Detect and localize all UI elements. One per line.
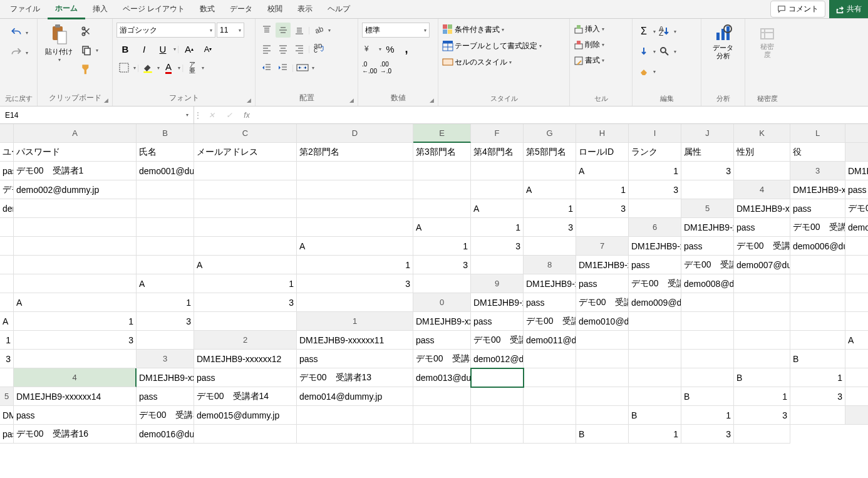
column-header[interactable]: J <box>681 124 734 143</box>
cell[interactable] <box>14 350 137 368</box>
cell[interactable]: pass <box>194 368 297 387</box>
cell[interactable] <box>0 368 14 387</box>
cell[interactable] <box>194 425 297 444</box>
cell[interactable]: pass <box>14 406 137 425</box>
cell[interactable]: demo013@dummy.jp <box>413 368 471 387</box>
column-header[interactable]: L <box>790 124 845 143</box>
increase-indent-button[interactable] <box>276 60 291 75</box>
delete-cells-button[interactable]: 削除▾ <box>574 39 604 50</box>
tab-data[interactable]: データ <box>222 0 260 18</box>
cell[interactable] <box>790 406 845 425</box>
decrease-font-button[interactable]: A▾ <box>199 41 217 56</box>
cell[interactable]: 3 <box>14 331 137 350</box>
cell[interactable] <box>845 312 868 331</box>
cell[interactable]: DM1EJHB9-xxxxxx12 <box>194 350 297 368</box>
cell[interactable]: DM1EJHB9-xxxxxx8 <box>524 274 576 293</box>
column-header[interactable]: E <box>413 124 471 143</box>
cell[interactable]: 3 <box>413 256 471 274</box>
cell[interactable] <box>576 218 629 237</box>
enter-formula-button[interactable]: ✓ <box>223 111 235 120</box>
cell[interactable] <box>734 293 790 312</box>
cell[interactable] <box>0 218 14 237</box>
cell[interactable]: A <box>845 331 868 350</box>
cell[interactable]: pass <box>413 331 471 350</box>
cell[interactable]: pass <box>629 256 681 274</box>
tab-formulas[interactable]: 数式 <box>192 0 222 18</box>
increase-font-button[interactable]: A▴ <box>180 41 198 56</box>
cell[interactable]: demo012@dummy.jp <box>471 350 524 368</box>
cell[interactable] <box>297 218 413 237</box>
cell[interactable] <box>734 331 790 350</box>
column-header[interactable]: I <box>629 124 681 143</box>
cell[interactable]: demo005@dummy.jp <box>845 218 868 237</box>
cell[interactable] <box>790 256 845 274</box>
fill-dropdown[interactable]: ▾ <box>653 49 656 55</box>
cell[interactable] <box>681 331 734 350</box>
cell[interactable]: demo014@dummy.jp <box>297 387 413 406</box>
cell[interactable] <box>576 350 629 368</box>
cell[interactable] <box>681 350 734 368</box>
column-header[interactable]: G <box>524 124 576 143</box>
cell[interactable] <box>194 180 297 199</box>
row-header[interactable]: 4 <box>14 368 137 387</box>
format-painter-button[interactable] <box>79 61 94 76</box>
select-all-corner[interactable] <box>0 124 14 143</box>
cell[interactable] <box>194 199 297 218</box>
cell[interactable] <box>734 312 790 331</box>
cell[interactable]: 1 <box>194 274 297 293</box>
cell[interactable]: demo011@dummy.jp <box>524 331 576 350</box>
row-header[interactable]: 1 <box>297 312 413 331</box>
cell[interactable]: 1 <box>0 331 14 350</box>
cell[interactable]: デモ00 受講者14 <box>194 387 297 406</box>
cell[interactable]: デモ00 受講者6 <box>734 237 790 256</box>
cell[interactable]: 1 <box>297 256 413 274</box>
cell[interactable]: DM1EJHB9-xxxxxx4 <box>734 199 790 218</box>
cell[interactable]: 性別 <box>734 143 790 162</box>
cell[interactable] <box>137 218 194 237</box>
column-header[interactable]: H <box>576 124 629 143</box>
column-header[interactable]: A <box>14 124 137 143</box>
cell[interactable]: ロールID <box>576 143 629 162</box>
cell[interactable]: demo015@dummy.jp <box>194 406 297 425</box>
cell[interactable]: 第4部門名 <box>471 143 524 162</box>
cell[interactable] <box>194 312 297 331</box>
cell[interactable] <box>194 237 297 256</box>
align-right-button[interactable] <box>292 41 307 56</box>
redo-dropdown[interactable]: ▾ <box>26 50 28 56</box>
cell[interactable]: 3 <box>524 218 576 237</box>
cell[interactable] <box>524 368 576 387</box>
cell[interactable]: pass <box>681 237 734 256</box>
row-header[interactable]: 5 <box>681 199 734 218</box>
row-header[interactable]: 8 <box>524 256 576 274</box>
cell[interactable] <box>845 256 868 274</box>
cell[interactable]: A <box>524 180 576 199</box>
cell[interactable] <box>790 312 845 331</box>
align-middle-button[interactable] <box>276 23 291 38</box>
cell[interactable]: デモ00 受講者15 <box>137 406 194 425</box>
cell[interactable]: 3 <box>845 368 868 387</box>
number-format-select[interactable]: 標準▾ <box>362 23 430 38</box>
merge-center-button[interactable] <box>295 60 310 75</box>
cell[interactable]: pass <box>576 274 629 293</box>
cell[interactable]: デモ00 受講者9 <box>576 293 629 312</box>
cell-styles-button[interactable]: セルのスタイル▾ <box>442 56 512 68</box>
cell[interactable]: メールアドレス <box>194 143 297 162</box>
cell[interactable] <box>629 387 681 406</box>
font-color-button[interactable]: A <box>161 60 176 75</box>
cell[interactable]: A <box>137 274 194 293</box>
cell[interactable]: demo006@dummy.jp <box>790 237 845 256</box>
cell[interactable] <box>576 368 629 387</box>
cell[interactable]: A <box>14 293 137 312</box>
cell[interactable] <box>681 312 734 331</box>
cell[interactable] <box>0 237 14 256</box>
cell[interactable]: A <box>194 256 297 274</box>
column-header[interactable]: B <box>137 124 194 143</box>
autosum-dropdown[interactable]: ▾ <box>653 29 656 34</box>
cell[interactable] <box>734 425 790 444</box>
cell[interactable] <box>471 368 524 387</box>
increase-decimal-button[interactable]: .0←.00 <box>362 60 377 75</box>
cell[interactable]: 1 <box>734 387 790 406</box>
cell[interactable]: デモ00 受講者12 <box>413 350 471 368</box>
cell[interactable] <box>137 237 194 256</box>
find-select-button[interactable] <box>657 44 672 59</box>
